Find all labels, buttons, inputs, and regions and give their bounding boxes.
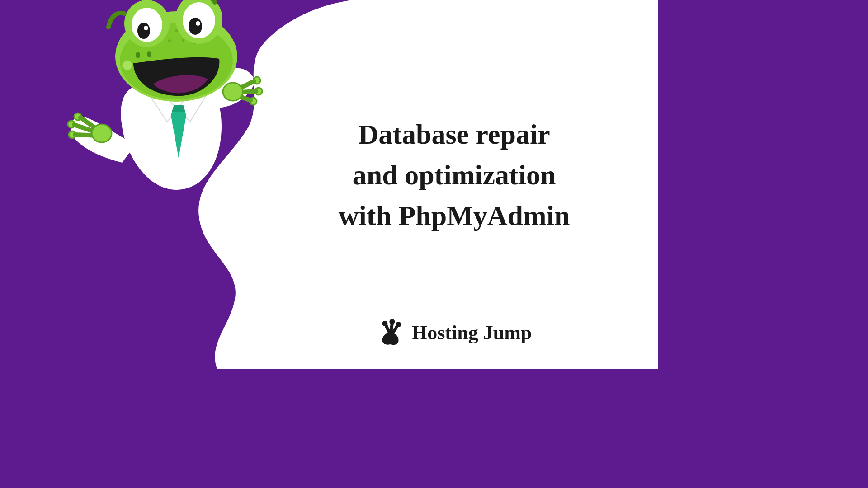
heading-line-1: Database repair (359, 119, 550, 150)
svg-point-21 (137, 23, 150, 39)
svg-point-23 (144, 26, 148, 30)
svg-point-22 (189, 18, 202, 35)
svg-point-11 (175, 29, 178, 32)
brand-frog-icon (377, 319, 404, 346)
content-area: Database repair and optimization with Ph… (250, 0, 658, 369)
frog-mascot-icon (59, 0, 267, 199)
svg-point-26 (147, 51, 151, 57)
heading-line-2: and optimization (353, 160, 556, 190)
svg-point-13 (168, 39, 171, 42)
main-heading: Database repair and optimization with Ph… (339, 114, 570, 236)
heading-line-3: with PhpMyAdmin (339, 200, 570, 231)
svg-point-7 (223, 83, 243, 101)
brand-name: Hosting Jump (412, 321, 532, 344)
svg-point-25 (136, 52, 140, 58)
svg-point-14 (182, 39, 184, 42)
svg-point-3 (92, 124, 112, 142)
svg-point-24 (196, 21, 200, 26)
brand-lockup: Hosting Jump (377, 319, 532, 346)
